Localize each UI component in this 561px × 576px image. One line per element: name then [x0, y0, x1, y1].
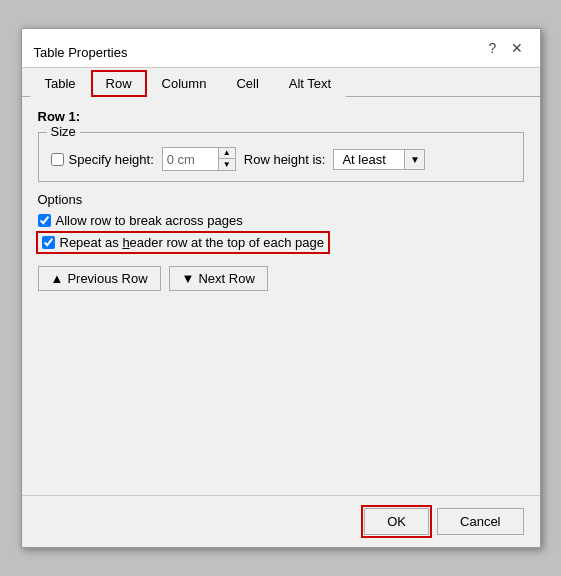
spinner-up-button[interactable]: ▲ — [219, 148, 235, 159]
tab-cell[interactable]: Cell — [221, 70, 273, 97]
prev-row-icon: ▲ — [51, 271, 64, 286]
tabs-row: Table Row Column Cell Alt Text — [22, 70, 540, 97]
footer: OK Cancel — [22, 495, 540, 547]
tab-alt-text[interactable]: Alt Text — [274, 70, 346, 97]
tab-table[interactable]: Table — [30, 70, 91, 97]
options-title: Options — [38, 192, 524, 207]
help-button[interactable]: ? — [482, 37, 504, 59]
cancel-button[interactable]: Cancel — [437, 508, 523, 535]
row-label: Row 1: — [38, 109, 524, 124]
next-row-icon: ▼ — [182, 271, 195, 286]
table-properties-dialog: Table Properties ? ✕ Table Row Column Ce… — [21, 28, 541, 548]
height-spinner: ▲ ▼ — [162, 147, 236, 171]
specify-height-checkbox[interactable] — [51, 153, 64, 166]
repeat-header-checkbox[interactable] — [42, 236, 55, 249]
nav-buttons: ▲ Previous Row ▼ Next Row — [38, 266, 524, 291]
specify-height-label[interactable]: Specify height: — [51, 152, 154, 167]
title-bar-left: Table Properties — [34, 45, 128, 60]
spinner-buttons: ▲ ▼ — [218, 148, 235, 170]
row-height-is-label: Row height is: — [244, 152, 326, 167]
dropdown-arrow-icon[interactable]: ▼ — [404, 150, 424, 169]
title-bar: Table Properties ? ✕ — [22, 29, 540, 68]
repeat-header-highlight: Repeat as header row at the top of each … — [38, 233, 329, 252]
next-row-label: Next Row — [198, 271, 254, 286]
prev-row-label: Previous Row — [67, 271, 147, 286]
next-row-button[interactable]: ▼ Next Row — [169, 266, 268, 291]
allow-break-checkbox[interactable] — [38, 214, 51, 227]
ok-button[interactable]: OK — [364, 508, 429, 535]
tab-column[interactable]: Column — [147, 70, 222, 97]
title-actions: ? ✕ — [482, 37, 528, 67]
tab-row[interactable]: Row — [91, 70, 147, 97]
repeat-header-label: Repeat as header row at the top of each … — [60, 235, 325, 250]
row-height-dropdown[interactable]: At least ▼ — [333, 149, 425, 170]
height-input[interactable] — [163, 148, 218, 170]
allow-break-row: Allow row to break across pages — [38, 213, 524, 228]
spinner-down-button[interactable]: ▼ — [219, 159, 235, 170]
close-button[interactable]: ✕ — [506, 37, 528, 59]
repeat-header-row: Repeat as header row at the top of each … — [38, 233, 524, 252]
size-group: Size Specify height: ▲ ▼ Row height is: … — [38, 132, 524, 182]
content-area: Row 1: Size Specify height: ▲ ▼ Row heig… — [22, 97, 540, 495]
row-height-value: At least — [334, 150, 404, 169]
size-row: Specify height: ▲ ▼ Row height is: At le… — [51, 147, 511, 171]
options-section: Options Allow row to break across pages … — [38, 192, 524, 252]
dialog-title: Table Properties — [34, 45, 128, 60]
previous-row-button[interactable]: ▲ Previous Row — [38, 266, 161, 291]
size-group-title: Size — [47, 124, 80, 139]
allow-break-label: Allow row to break across pages — [56, 213, 243, 228]
